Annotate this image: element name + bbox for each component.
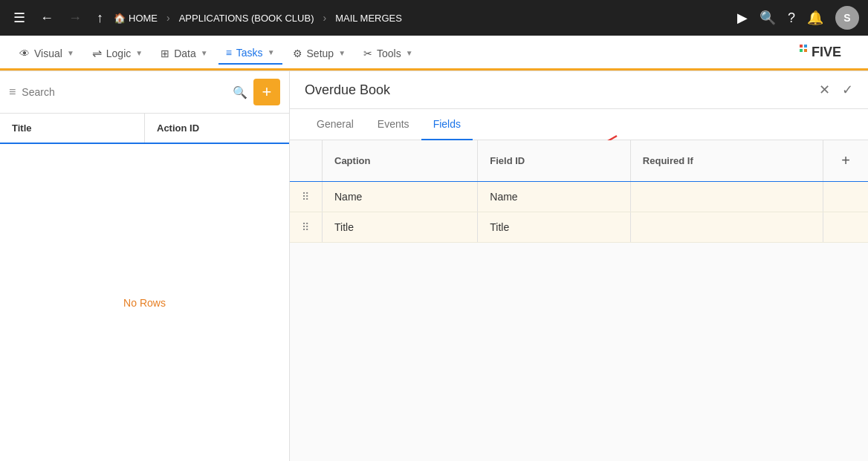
search-bar: ≡ 🔍 +: [0, 71, 289, 114]
search-round-icon[interactable]: 🔍: [760, 10, 776, 26]
left-panel: ≡ 🔍 + Title Action ID No Rows: [0, 71, 290, 461]
tools-icon: ✂: [363, 48, 372, 59]
avatar[interactable]: S: [835, 6, 859, 30]
breadcrumb-app[interactable]: APPLICATIONS (BOOK CLUB): [179, 13, 314, 24]
svg-marker-3: [804, 49, 807, 52]
setup-icon: ⚙: [293, 48, 302, 59]
caption-header: Caption: [323, 140, 478, 182]
no-rows-message: No Rows: [0, 144, 289, 461]
toolbar: 👁 Visual ▼ ⇌ Logic ▼ ⊞ Data ▼ ≡ Tasks ▼ …: [0, 36, 868, 71]
nav-right-actions: ▶ 🔍 ? 🔔 S: [737, 6, 859, 30]
main-layout: ≡ 🔍 + Title Action ID No Rows Overdue Bo…: [0, 71, 868, 461]
toolbar-logic[interactable]: ⇌ Logic ▼: [85, 42, 150, 65]
add-column-header: +: [823, 140, 868, 182]
data-icon: ⊞: [161, 48, 169, 59]
back-icon[interactable]: ←: [36, 7, 58, 29]
help-icon[interactable]: ?: [788, 10, 795, 26]
visual-icon: 👁: [19, 48, 30, 59]
visual-caret: ▼: [67, 49, 74, 57]
search-input[interactable]: [22, 86, 227, 98]
fields-table-header-row: Caption Field ID Required If +: [290, 140, 868, 182]
tabs: General Events Fields: [290, 109, 868, 140]
tools-label: Tools: [377, 48, 401, 59]
up-icon[interactable]: ↑: [92, 7, 108, 29]
toolbar-setup[interactable]: ⚙ Setup ▼: [285, 43, 354, 64]
close-button[interactable]: ✕: [819, 82, 830, 98]
search-icon: 🔍: [233, 85, 247, 99]
caption-cell-1[interactable]: Name: [323, 182, 478, 212]
svg-marker-1: [804, 45, 807, 48]
nav-home[interactable]: 🏠 HOME: [114, 13, 158, 24]
caption-cell-2[interactable]: Title: [323, 212, 478, 243]
drag-handle-header: [290, 140, 323, 182]
drag-icon-1: ⠿: [302, 191, 310, 203]
tab-events[interactable]: Events: [366, 109, 421, 140]
panel-header: Overdue Book ✕ ✓: [290, 71, 868, 109]
setup-label: Setup: [307, 48, 334, 59]
required-if-cell-2: [630, 212, 823, 243]
panel-actions: ✕ ✓: [819, 82, 853, 98]
table-row: ⠿ Title Title: [290, 212, 868, 243]
tasks-icon: ≡: [226, 47, 232, 59]
tasks-caret: ▼: [268, 48, 275, 56]
data-label: Data: [174, 48, 196, 59]
action-id-header: Action ID: [145, 114, 289, 143]
drag-handle-cell-1[interactable]: ⠿: [290, 182, 323, 212]
bell-icon[interactable]: 🔔: [807, 10, 823, 26]
breadcrumb-sep-2: ›: [323, 12, 326, 24]
toolbar-visual[interactable]: 👁 Visual ▼: [12, 43, 82, 64]
toolbar-data[interactable]: ⊞ Data ▼: [153, 43, 215, 64]
data-caret: ▼: [201, 49, 208, 57]
play-icon[interactable]: ▶: [737, 10, 748, 26]
confirm-button[interactable]: ✓: [842, 82, 853, 98]
svg-marker-2: [800, 49, 803, 52]
logic-label: Logic: [106, 48, 131, 59]
breadcrumb-current: MAIL MERGES: [335, 13, 402, 24]
tasks-label: Tasks: [236, 47, 263, 59]
five-logo: FIVE: [797, 42, 856, 65]
svg-marker-0: [800, 45, 803, 48]
add-column-button[interactable]: +: [835, 149, 856, 172]
toolbar-tasks[interactable]: ≡ Tasks ▼: [218, 42, 282, 65]
fields-area: Caption Field ID Required If + ⠿ Name: [290, 140, 868, 461]
home-label: HOME: [129, 13, 158, 24]
field-id-cell-1[interactable]: Name: [478, 182, 631, 212]
visual-label: Visual: [34, 48, 62, 59]
top-nav: ☰ ← → ↑ 🏠 HOME › APPLICATIONS (BOOK CLUB…: [0, 0, 868, 36]
setup-caret: ▼: [338, 49, 346, 57]
breadcrumb-sep-1: ›: [166, 12, 170, 24]
logic-icon: ⇌: [92, 46, 102, 60]
drag-handle-cell-2[interactable]: ⠿: [290, 212, 323, 243]
field-id-header: Field ID: [478, 140, 631, 182]
svg-text:FIVE: FIVE: [812, 45, 841, 59]
drag-icon-2: ⠿: [302, 221, 310, 233]
required-if-header: Required If: [630, 140, 823, 182]
tools-caret: ▼: [406, 49, 413, 57]
hamburger-icon[interactable]: ☰: [9, 7, 30, 29]
logic-caret: ▼: [135, 49, 143, 57]
five-logo-svg: FIVE: [797, 42, 856, 62]
tab-general[interactable]: General: [305, 109, 366, 140]
add-button[interactable]: +: [253, 79, 280, 105]
field-id-cell-2[interactable]: Title: [478, 212, 631, 243]
left-table-header: Title Action ID: [0, 114, 289, 144]
required-if-cell-1: [630, 182, 823, 212]
home-icon: 🏠: [114, 13, 126, 24]
panel-title: Overdue Book: [305, 82, 819, 98]
filter-icon[interactable]: ≡: [9, 85, 16, 99]
action-cell-1: [823, 182, 868, 212]
fields-table: Caption Field ID Required If + ⠿ Name: [290, 140, 868, 243]
table-row: ⠿ Name Name: [290, 182, 868, 212]
action-cell-2: [823, 212, 868, 243]
tab-fields[interactable]: Fields: [421, 109, 473, 140]
right-panel: Overdue Book ✕ ✓ General Events Fields: [290, 71, 868, 461]
forward-icon[interactable]: →: [64, 7, 86, 29]
title-header: Title: [0, 114, 145, 143]
toolbar-tools[interactable]: ✂ Tools ▼: [356, 43, 421, 64]
